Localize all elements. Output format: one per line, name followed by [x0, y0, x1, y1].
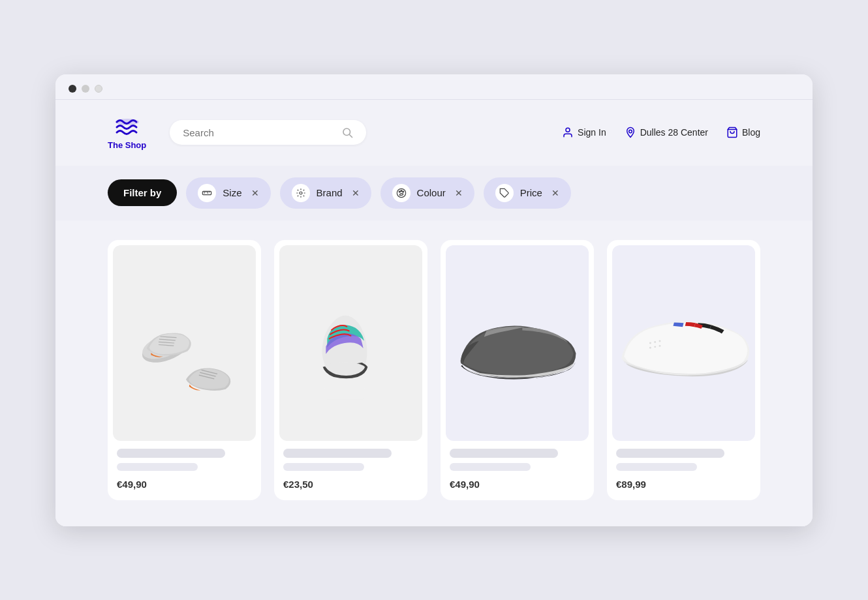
products-grid: €49,90: [108, 240, 760, 500]
header: The Shop Sign In: [55, 100, 813, 166]
browser-window: The Shop Sign In: [55, 74, 813, 526]
page-content: The Shop Sign In: [55, 100, 813, 526]
sign-in-button[interactable]: Sign In: [562, 127, 606, 138]
search-icon: [341, 127, 353, 138]
product-card-3[interactable]: €49,90: [441, 240, 594, 500]
price-chip-remove[interactable]: ✕: [551, 188, 559, 198]
gear-icon: [296, 188, 306, 198]
window-dot-expand[interactable]: [95, 85, 102, 93]
product-card-4[interactable]: €89,99: [607, 240, 760, 500]
svg-rect-6: [203, 191, 211, 194]
blog-label: Blog: [742, 127, 760, 138]
filter-chip-size[interactable]: Size ✕: [186, 177, 270, 209]
product-price-4: €89,99: [616, 479, 751, 490]
svg-point-32: [659, 344, 661, 346]
product-price-3: €49,90: [450, 479, 585, 490]
shoe-image-4: [612, 278, 755, 408]
size-chip-icon: [198, 184, 216, 202]
product-image-2: [279, 245, 422, 441]
svg-point-11: [300, 192, 302, 194]
svg-point-1: [343, 128, 350, 136]
filter-chip-colour[interactable]: Colour ✕: [380, 177, 474, 209]
size-chip-remove[interactable]: ✕: [251, 188, 259, 198]
svg-point-15: [402, 191, 403, 192]
size-chip-label: Size: [223, 187, 241, 198]
product-name-bar2-1: [117, 463, 198, 471]
products-section: €49,90: [55, 220, 813, 526]
cart-icon: [726, 127, 738, 138]
filter-by-button[interactable]: Filter by: [108, 179, 177, 206]
product-card[interactable]: €49,90: [108, 240, 261, 500]
svg-rect-26: [325, 386, 364, 399]
window-dot-close[interactable]: [69, 85, 76, 93]
product-name-bar-3: [450, 449, 558, 458]
svg-point-3: [566, 128, 570, 132]
colour-chip-label: Colour: [417, 187, 446, 198]
product-name-bar-1: [117, 449, 225, 458]
search-bar[interactable]: [170, 120, 365, 145]
svg-point-30: [649, 346, 651, 348]
blog-button[interactable]: Blog: [726, 127, 760, 138]
product-info-4: €89,99: [607, 441, 760, 500]
product-price-1: €49,90: [117, 479, 252, 490]
svg-point-27: [649, 342, 651, 344]
product-image-4: [612, 245, 755, 441]
svg-point-4: [628, 130, 632, 133]
product-image-3: [446, 245, 589, 441]
product-name-bar-2: [283, 449, 392, 458]
search-input[interactable]: [183, 127, 334, 138]
svg-point-14: [401, 190, 402, 191]
shoe-image-2: [299, 265, 403, 421]
ruler-icon: [202, 188, 212, 198]
colour-chip-icon: [392, 184, 411, 202]
svg-point-28: [654, 341, 656, 343]
window-dot-minimize[interactable]: [82, 85, 89, 93]
store-label: Dulles 28 Center: [640, 127, 708, 138]
product-price-2: €23,50: [283, 479, 418, 490]
shoe-image-1: [119, 278, 250, 408]
filter-chip-price[interactable]: Price ✕: [484, 177, 571, 209]
user-icon: [562, 127, 574, 138]
location-icon: [625, 127, 636, 138]
sign-in-label: Sign In: [578, 127, 606, 138]
tag-icon: [499, 188, 510, 198]
browser-chrome: [55, 74, 813, 100]
brand-chip-remove[interactable]: ✕: [352, 188, 360, 198]
product-name-bar-4: [616, 449, 724, 458]
logo-area[interactable]: The Shop: [108, 115, 146, 150]
product-name-bar2-3: [450, 463, 531, 471]
product-name-bar2-4: [616, 463, 697, 471]
brand-chip-icon: [292, 184, 310, 202]
filter-chip-brand[interactable]: Brand ✕: [280, 177, 371, 209]
svg-line-2: [349, 135, 352, 138]
product-image-1: [113, 245, 256, 441]
filter-section: Filter by Size ✕: [55, 166, 813, 220]
product-name-bar2-2: [283, 463, 364, 471]
palette-icon: [396, 188, 407, 198]
price-chip-label: Price: [520, 187, 542, 198]
logo-icon: [113, 115, 142, 139]
svg-point-31: [654, 346, 656, 348]
colour-chip-remove[interactable]: ✕: [455, 188, 463, 198]
product-card-2[interactable]: €23,50: [274, 240, 427, 500]
store-button[interactable]: Dulles 28 Center: [625, 127, 708, 138]
price-chip-icon: [495, 184, 514, 202]
product-info-2: €23,50: [274, 441, 427, 500]
svg-point-13: [399, 191, 400, 192]
svg-point-29: [659, 340, 661, 342]
product-info-3: €49,90: [441, 441, 594, 500]
logo-text: The Shop: [108, 140, 146, 150]
product-info-1: €49,90: [108, 441, 261, 500]
brand-chip-label: Brand: [317, 187, 343, 198]
shoe-image-3: [446, 284, 589, 402]
header-actions: Sign In Dulles 28 Center Blog: [562, 127, 760, 138]
